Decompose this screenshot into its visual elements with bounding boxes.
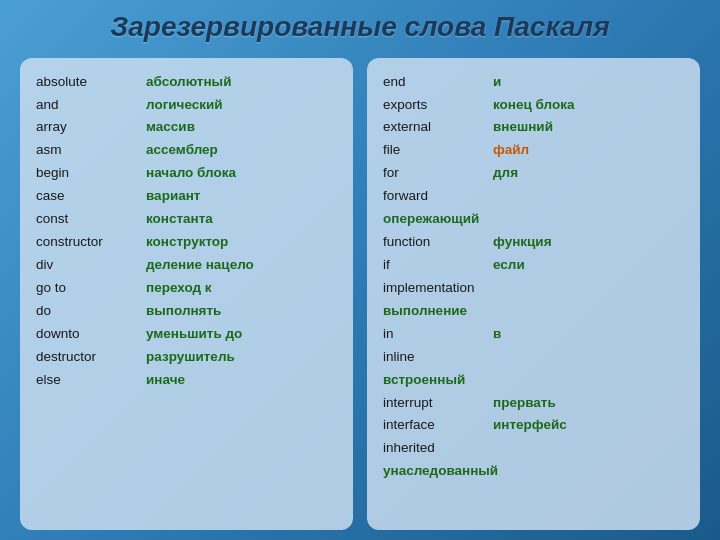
translation: массив (146, 117, 195, 138)
list-item: asmассемблер (36, 140, 337, 161)
keyword: case (36, 186, 146, 207)
list-item: andлогический (36, 95, 337, 116)
list-item: constконстанта (36, 209, 337, 230)
translation: прервать (493, 393, 556, 414)
translation: конструктор (146, 232, 228, 253)
list-item: interfaceинтерфейс (383, 415, 684, 436)
keyword: end (383, 72, 493, 93)
keyword: div (36, 255, 146, 276)
list-item: inв (383, 324, 684, 345)
list-item: встроенный (383, 370, 684, 391)
list-item: fileфайл (383, 140, 684, 161)
translation: начало блока (146, 163, 236, 184)
translation: иначе (146, 370, 185, 391)
keyword: begin (36, 163, 146, 184)
translation: деление нацело (146, 255, 254, 276)
translation: логический (146, 95, 223, 116)
keyword: file (383, 140, 493, 161)
translation: переход к (146, 278, 212, 299)
translation: и (493, 72, 501, 93)
list-item: downtoуменьшить до (36, 324, 337, 345)
translation: внешний (493, 117, 553, 138)
translation: конец блока (493, 95, 574, 116)
keyword: for (383, 163, 493, 184)
translation-continuation: выполнение (383, 301, 467, 322)
left-card: absoluteабсолютныйandлогическийarrayмасс… (20, 58, 353, 530)
list-item: ifесли (383, 255, 684, 276)
translation-continuation: опережающий (383, 209, 479, 230)
list-item: implementation (383, 278, 684, 299)
translation: разрушитель (146, 347, 235, 368)
keyword: inline (383, 347, 493, 368)
list-item: go toпереход к (36, 278, 337, 299)
list-item: caseвариант (36, 186, 337, 207)
list-item: forward (383, 186, 684, 207)
list-item: absoluteабсолютный (36, 72, 337, 93)
list-item: functionфункция (383, 232, 684, 253)
translation: вариант (146, 186, 200, 207)
columns-container: absoluteабсолютныйandлогическийarrayмасс… (20, 58, 700, 530)
keyword: downto (36, 324, 146, 345)
keyword: go to (36, 278, 146, 299)
keyword: else (36, 370, 146, 391)
keyword: if (383, 255, 493, 276)
translation: абсолютный (146, 72, 231, 93)
list-item: arrayмассив (36, 117, 337, 138)
keyword: const (36, 209, 146, 230)
translation: выполнять (146, 301, 221, 322)
keyword: do (36, 301, 146, 322)
keyword: forward (383, 186, 493, 207)
keyword: interrupt (383, 393, 493, 414)
list-item: inline (383, 347, 684, 368)
translation: константа (146, 209, 213, 230)
list-item: унаследованный (383, 461, 684, 482)
keyword: implementation (383, 278, 493, 299)
keyword: and (36, 95, 146, 116)
translation: уменьшить до (146, 324, 242, 345)
keyword: in (383, 324, 493, 345)
keyword: function (383, 232, 493, 253)
list-item: interruptпрервать (383, 393, 684, 414)
translation: если (493, 255, 525, 276)
list-item: beginначало блока (36, 163, 337, 184)
list-item: constructorконструктор (36, 232, 337, 253)
list-item: doвыполнять (36, 301, 337, 322)
keyword: external (383, 117, 493, 138)
page-title: Зарезервированные слова Паскаля (110, 10, 610, 44)
translation: функция (493, 232, 552, 253)
right-card: endиexportsконец блокаexternalвнешнийfil… (367, 58, 700, 530)
keyword: interface (383, 415, 493, 436)
list-item: externalвнешний (383, 117, 684, 138)
translation: для (493, 163, 518, 184)
translation: интерфейс (493, 415, 567, 436)
list-item: divделение нацело (36, 255, 337, 276)
list-item: inherited (383, 438, 684, 459)
keyword: array (36, 117, 146, 138)
translation-continuation: встроенный (383, 370, 465, 391)
keyword: asm (36, 140, 146, 161)
keyword: constructor (36, 232, 146, 253)
right-column: endиexportsконец блокаexternalвнешнийfil… (383, 72, 684, 485)
keyword: exports (383, 95, 493, 116)
left-column: absoluteабсолютныйandлогическийarrayмасс… (36, 72, 337, 393)
translation-continuation: унаследованный (383, 461, 498, 482)
list-item: endи (383, 72, 684, 93)
list-item: опережающий (383, 209, 684, 230)
translation: ассемблер (146, 140, 218, 161)
list-item: forдля (383, 163, 684, 184)
keyword: absolute (36, 72, 146, 93)
keyword: inherited (383, 438, 493, 459)
translation: в (493, 324, 501, 345)
keyword: destructor (36, 347, 146, 368)
list-item: elseиначе (36, 370, 337, 391)
list-item: exportsконец блока (383, 95, 684, 116)
translation: файл (493, 140, 529, 161)
list-item: destructorразрушитель (36, 347, 337, 368)
list-item: выполнение (383, 301, 684, 322)
